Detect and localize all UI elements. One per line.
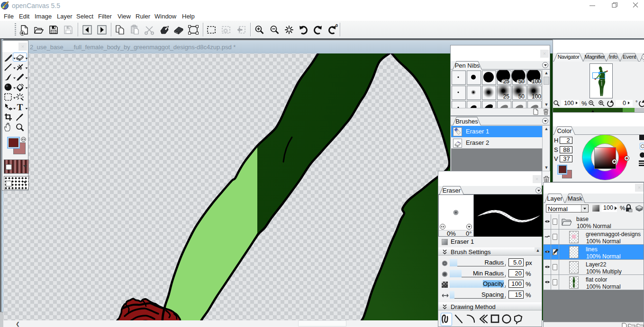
- svg-text:0: 0: [623, 100, 626, 106]
- svg-text:T: T: [17, 102, 23, 112]
- svg-text:°: °: [635, 100, 637, 105]
- svg-text:100: 100: [532, 93, 541, 100]
- svg-text:25: 25: [503, 93, 510, 100]
- svg-text:100: 100: [564, 100, 574, 106]
- svg-text:50: 50: [518, 93, 525, 100]
- svg-text:%: %: [581, 100, 587, 107]
- svg-text:0: 0: [336, 23, 338, 28]
